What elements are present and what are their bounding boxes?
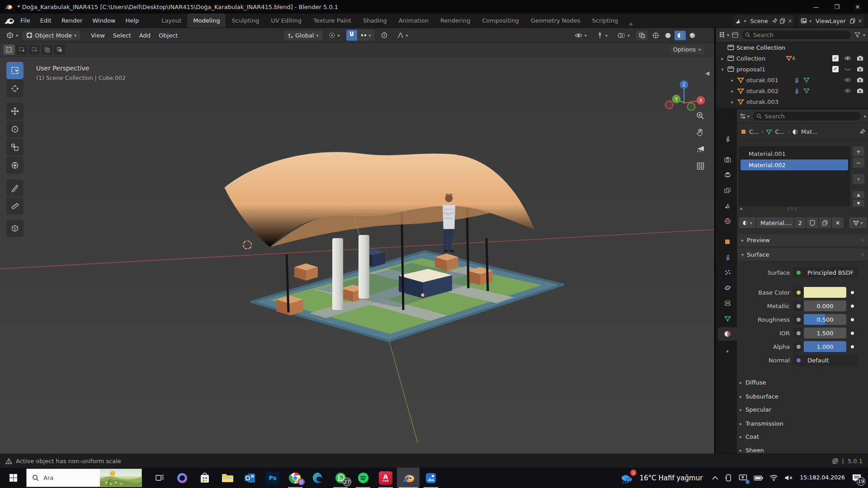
roughness-slider[interactable]: 0.500 [804,314,846,325]
outliner-editor-type-button[interactable]: ▾ [719,32,729,38]
surface-shader-menu[interactable]: Principled BSDF [804,267,858,278]
overlays-dropdown[interactable]: ▾ [614,31,633,40]
link-target-dropdown[interactable]: ▾ [849,217,867,228]
tray-cast[interactable] [736,468,750,488]
tab-sculpting[interactable]: Sculpting [226,14,265,28]
menu-window[interactable]: Window [87,14,120,28]
menu-edit[interactable]: Edit [35,14,57,28]
tray-wifi[interactable] [766,468,781,488]
news-interests-image[interactable] [100,469,142,487]
menu-add[interactable]: Add [136,31,154,40]
select-mode-invert-button[interactable] [42,45,52,55]
add-cube-tool[interactable] [6,220,24,237]
rotate-tool[interactable] [6,121,24,138]
collection-checkbox[interactable]: ✓ [832,66,839,72]
properties-editor-type-button[interactable]: ▾ [740,113,750,119]
taskbar-clock[interactable]: 15:18 2.04.2026 [796,468,849,488]
tab-rendering[interactable]: Rendering [434,14,476,28]
move-slot-down-button[interactable]: ▼ [853,200,864,207]
shading-wireframe-button[interactable] [650,31,661,40]
material-slot-001[interactable]: Material.001 [741,148,848,159]
collection-checkbox[interactable]: ✓ [832,55,839,61]
shading-rendered-button[interactable] [687,31,698,40]
tab-material[interactable] [718,327,737,341]
select-mode-intersect-button[interactable] [54,45,65,55]
breadcrumb-data[interactable]: C... [775,128,784,135]
drag-grip-icon[interactable]: ⠿ [861,253,864,257]
tab-constraints[interactable] [718,296,737,310]
alpha-socket[interactable] [793,341,804,352]
new-scene-icon[interactable] [780,18,785,23]
add-workspace-button[interactable]: + [624,21,638,28]
tab-scripting[interactable]: Scripting [586,14,624,28]
taskbar-autocad[interactable]: A CAD [374,468,397,488]
metallic-socket[interactable] [793,300,804,311]
camera-view-icon[interactable] [693,142,707,156]
close-button[interactable]: ✕ [847,0,868,14]
eye-closed-icon[interactable] [844,66,851,72]
tab-render[interactable] [718,153,737,166]
gizmo-minus-x-axis[interactable] [665,101,673,109]
add-slot-button[interactable]: + [853,146,864,156]
3d-viewport-canvas[interactable] [0,43,714,454]
taskbar-store[interactable] [193,468,216,488]
properties-search-input[interactable]: Search [752,111,861,121]
ior-slider[interactable]: 1.500 [804,328,846,338]
slot-specials-button[interactable]: ▾ [853,174,864,184]
drag-grip-icon[interactable]: ⠿ [861,238,864,243]
tab-geometry-nodes[interactable]: Geometry Nodes [525,14,586,28]
taskbar-blender-active[interactable] [397,468,420,488]
tab-world[interactable] [718,214,737,228]
notification-center-button[interactable]: 19 [849,468,868,488]
unlink-scene-icon[interactable]: ✕ [788,18,793,24]
start-button[interactable] [0,468,26,488]
taskbar-whatsapp[interactable]: 27 [329,468,352,488]
taskbar-copilot[interactable] [171,468,193,488]
normal-menu[interactable]: Default [804,355,858,366]
tabs-overflow-chevron[interactable]: ▾ [718,344,737,358]
editor-type-button[interactable]: ▾ [3,31,22,40]
proportional-falloff-dropdown[interactable]: ▾ [394,31,412,40]
object-visibility-dropdown[interactable]: ▾ [571,31,590,40]
preview-panel-header[interactable]: ▸ Preview ⠿ [738,234,868,246]
expand-arrow-icon[interactable]: ▸ [730,89,735,94]
animate-dot[interactable] [851,305,854,308]
taskbar-edge[interactable] [307,468,329,488]
metallic-slider[interactable]: 0.000 [804,300,846,311]
slot-expand-arrow[interactable]: ▸ [741,206,743,211]
roughness-socket[interactable] [793,314,804,325]
minimize-button[interactable]: — [806,0,826,14]
base-color-swatch[interactable] [804,287,846,298]
sidebar-collapse-arrow[interactable]: ◀ [705,70,709,76]
ior-socket[interactable] [793,328,804,338]
animate-dot[interactable] [851,332,854,335]
tab-compositing[interactable]: Compositing [476,14,525,28]
tab-uv-editing[interactable]: UV Editing [265,14,307,28]
camera-render-icon[interactable] [857,88,863,94]
remove-viewlayer-icon[interactable]: ✕ [858,18,863,24]
taskbar-photoshop[interactable]: Ps [261,468,284,488]
navigation-gizmo[interactable]: Z Y X [664,61,707,111]
tab-output[interactable] [718,168,737,182]
animate-dot[interactable] [851,345,854,348]
select-mode-set-button[interactable] [4,45,14,55]
outliner-display-mode-button[interactable] [732,32,738,38]
menu-file[interactable]: File [15,14,35,28]
weather-tray-button[interactable]: 3 [617,468,637,488]
alpha-slider[interactable]: 1.000 [804,341,846,352]
tab-scene[interactable] [718,199,737,212]
coat-panel-header[interactable]: ▸Coat [740,431,866,442]
orthographic-toggle-icon[interactable] [693,159,707,173]
pivot-point-dropdown[interactable]: ▾ [325,31,344,40]
shading-material-button[interactable] [675,31,686,40]
3d-viewport[interactable]: Options ▾ User Perspective (1) Scene Col… [0,43,714,454]
unlink-material-button[interactable]: ✕ [832,217,844,228]
browse-material-button[interactable]: ▾ [739,217,756,228]
material-name-field[interactable]: Material.... [757,217,794,228]
tab-particles[interactable] [718,266,737,279]
tab-animation[interactable]: Animation [393,14,434,28]
outliner-row-oturak-003[interactable]: ▸ oturak.003 [716,96,868,107]
tray-battery[interactable] [750,468,766,488]
chevron-down-icon[interactable]: ▾ [864,114,866,119]
mode-dropdown[interactable]: Object Mode ▾ [23,31,80,40]
